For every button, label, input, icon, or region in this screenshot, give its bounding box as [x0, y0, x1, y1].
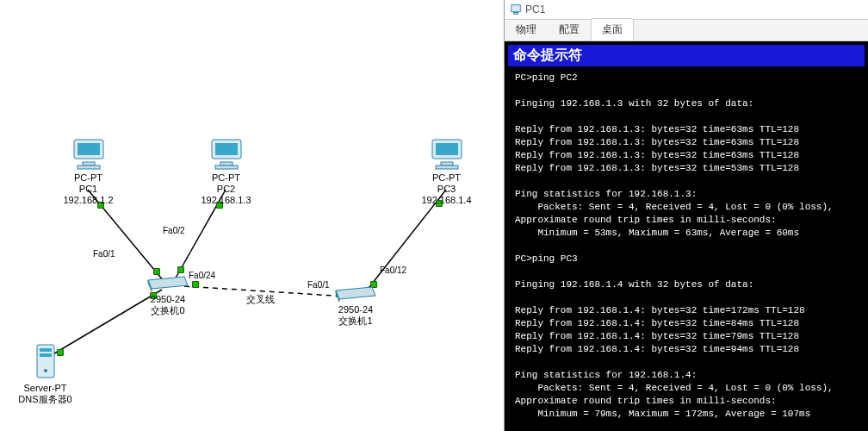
pc-icon: [208, 138, 245, 171]
svg-marker-17: [148, 277, 188, 289]
device-ip: 192.168.1.3: [201, 195, 251, 205]
device-model: 2950-24: [338, 304, 373, 315]
svg-rect-10: [215, 143, 238, 155]
device-id: PC1: [79, 184, 97, 194]
device-pc3[interactable]: PC-PTPC3192.168.1.4: [410, 138, 483, 206]
svg-rect-22: [40, 348, 52, 352]
svg-rect-26: [513, 13, 518, 15]
port-label: Fa0/24: [189, 271, 215, 280]
device-id: PC3: [437, 184, 456, 194]
window-title: PC1: [525, 3, 545, 16]
tab-config[interactable]: 配置: [548, 18, 591, 41]
app-icon: [510, 3, 522, 16]
device-ip: 192.168.1.4: [421, 195, 471, 205]
svg-rect-12: [215, 166, 238, 169]
device-server[interactable]: Server-PTDNS服务器0: [9, 343, 82, 405]
device-id: DNS服务器0: [18, 394, 71, 404]
svg-rect-8: [78, 166, 100, 169]
tab-physical[interactable]: 物理: [505, 18, 548, 41]
crossover-label: 交叉线: [246, 293, 275, 306]
port-label: Fa0/12: [380, 265, 406, 275]
tab-bar: 物理 配置 桌面: [505, 20, 868, 41]
svg-rect-25: [512, 5, 521, 12]
link-led: [153, 268, 160, 275]
device-type: Server-PT: [23, 383, 66, 393]
device-id: PC2: [217, 184, 235, 194]
link-led: [177, 266, 184, 273]
topology-canvas[interactable]: PC-PTPC1192.168.1.2 PC-PTPC2192.168.1.3 …: [0, 0, 504, 431]
device-pc2[interactable]: PC-PTPC2192.168.1.3: [189, 138, 263, 206]
svg-rect-23: [40, 353, 52, 357]
port-label: Fa0/2: [163, 226, 185, 235]
device-ip: 192.168.1.2: [63, 195, 113, 205]
device-switch1[interactable]: 2950-24交换机1: [326, 285, 386, 327]
pc-icon: [71, 138, 107, 171]
svg-point-24: [44, 369, 47, 372]
svg-rect-11: [220, 162, 232, 166]
device-id: 交换机1: [338, 315, 372, 326]
svg-rect-15: [441, 162, 453, 166]
tab-desktop[interactable]: 桌面: [591, 18, 634, 41]
device-type: PC-PT: [74, 172, 102, 183]
device-type: PC-PT: [212, 172, 240, 183]
server-icon: [32, 343, 59, 381]
device-id: 交换机0: [151, 305, 184, 315]
device-model: 2950-24: [151, 294, 185, 304]
command-prompt-title: 命令提示符: [508, 45, 865, 66]
pc-icon: [429, 138, 465, 171]
svg-rect-16: [436, 166, 458, 169]
port-label: Fa0/1: [93, 249, 115, 259]
window-titlebar[interactable]: PC1: [505, 0, 868, 20]
svg-rect-6: [78, 143, 100, 155]
port-label: Fa0/1: [307, 280, 330, 290]
device-switch0[interactable]: 2950-24交换机0: [138, 275, 198, 316]
device-pc1[interactable]: PC-PTPC1192.168.1.2: [52, 138, 125, 206]
svg-rect-7: [83, 162, 95, 166]
svg-rect-14: [436, 143, 458, 155]
pc-config-window: PC1 物理 配置 桌面 命令提示符 PC>ping PC2 Pinging 1…: [504, 0, 868, 431]
svg-marker-19: [336, 287, 375, 299]
switch-icon: [146, 275, 189, 292]
device-type: PC-PT: [432, 172, 461, 183]
terminal-output[interactable]: PC>ping PC2 Pinging 192.168.1.3 with 32 …: [508, 66, 865, 428]
switch-icon: [334, 285, 377, 303]
